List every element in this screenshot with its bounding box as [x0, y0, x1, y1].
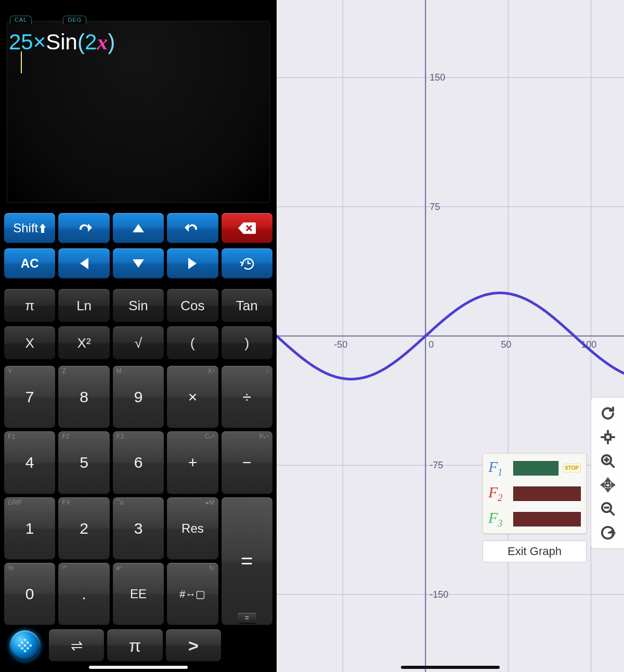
nav-left-button[interactable] [58, 248, 109, 279]
pan-lock-icon [600, 477, 616, 493]
zoom-out-tool[interactable] [596, 498, 619, 519]
zoom-out-icon [600, 501, 616, 517]
nav-right-button[interactable] [167, 248, 218, 279]
legend-f2[interactable]: F2 [488, 483, 581, 504]
triangle-left-icon [80, 258, 88, 269]
open-paren-button[interactable]: ( [167, 326, 218, 360]
next-button[interactable]: > [166, 629, 221, 662]
svg-text:-75: -75 [430, 460, 443, 470]
history-icon [240, 257, 254, 270]
graph-legend: F1 STOP F2 F3 [483, 453, 587, 534]
home-indicator[interactable] [89, 666, 188, 669]
svg-text:0: 0 [428, 339, 434, 350]
multiply-button[interactable]: Xⁿ× [167, 366, 218, 428]
stop-chip[interactable]: STOP [563, 464, 581, 472]
digit-8-button[interactable]: Z8 [58, 366, 109, 428]
zoom-in-icon [600, 453, 616, 469]
equals-mini-button[interactable]: = [238, 613, 256, 623]
redo-icon [76, 222, 92, 234]
digit-0-button[interactable]: %0 [4, 563, 55, 625]
diamond-grid-icon [18, 639, 32, 652]
nav-up-button[interactable] [113, 213, 164, 243]
graph-pane: -50050100-150-7575150 F1 STOP F2 F3 [277, 0, 624, 672]
mode-cal[interactable]: CAL [10, 16, 32, 24]
digit-5-button[interactable]: F25 [58, 431, 109, 494]
svg-rect-2 [18, 644, 21, 647]
x-var-button[interactable]: X [4, 326, 55, 360]
plus-button[interactable]: Cₖⁿ+ [167, 431, 218, 494]
digit-7-button[interactable]: Y7 [4, 366, 55, 428]
minus-button[interactable]: Pₖⁿ− [222, 431, 272, 494]
calculator-pane: CAL DEG 25×Sin(2x) Shift [0, 0, 277, 672]
shift-label: Shift [13, 221, 38, 235]
history-button[interactable] [222, 248, 272, 279]
mode-deg[interactable]: DEG [63, 16, 86, 24]
digit-4-button[interactable]: F14 [4, 431, 55, 494]
zoom-in-tool[interactable] [596, 451, 619, 471]
triangle-up-icon [133, 224, 144, 232]
svg-text:-150: -150 [430, 589, 448, 600]
legend-f3[interactable]: F3 [488, 509, 581, 529]
backspace-icon [238, 222, 256, 234]
center-tool[interactable] [596, 427, 619, 447]
svg-rect-3 [29, 644, 32, 647]
swap-button[interactable]: ⇌ [49, 629, 104, 662]
svg-rect-5 [21, 641, 24, 644]
sin-button[interactable]: Sin [113, 289, 164, 322]
svg-rect-4 [23, 644, 27, 647]
cos-button[interactable]: Cos [167, 289, 218, 322]
graph-canvas[interactable]: -50050100-150-7575150 [277, 0, 624, 672]
expression-text: 25×Sin(2x) [9, 30, 115, 55]
svg-rect-30 [606, 484, 610, 487]
share-tool[interactable] [596, 522, 619, 543]
pi-insert-button[interactable]: π [107, 629, 162, 662]
keypad: Shift AC [0, 211, 277, 672]
backspace-button[interactable] [222, 213, 272, 243]
close-paren-button[interactable]: ) [222, 326, 272, 360]
tan-button[interactable]: Tan [222, 289, 272, 322]
svg-text:50: 50 [501, 339, 511, 350]
svg-text:75: 75 [430, 202, 440, 212]
legend-f1[interactable]: F1 STOP [488, 458, 581, 478]
pi-button[interactable]: π [4, 289, 55, 322]
svg-rect-8 [26, 647, 29, 650]
ln-button[interactable]: Ln [58, 289, 109, 322]
pan-lock-tool[interactable] [596, 475, 619, 495]
home-indicator[interactable] [401, 666, 500, 669]
format-toggle-button[interactable]: ↻#↔▢ [167, 563, 218, 625]
shift-button[interactable]: Shift [4, 213, 55, 243]
sqrt-button[interactable]: √ [113, 326, 164, 360]
digit-2-button[interactable]: FX2 [58, 497, 109, 560]
share-icon [600, 525, 616, 541]
digit-9-button[interactable]: M9 [113, 366, 164, 428]
undo-button[interactable] [167, 213, 218, 243]
decimal-button[interactable]: º". [58, 563, 109, 625]
triangle-down-icon [133, 259, 144, 268]
svg-rect-7 [21, 647, 24, 650]
menu-orb-button[interactable] [4, 629, 46, 662]
x-squared-button[interactable]: X² [58, 326, 109, 360]
result-button[interactable]: ▸MRes [167, 497, 218, 560]
nav-down-button[interactable] [113, 248, 164, 279]
crosshair-icon [600, 429, 616, 445]
ee-button[interactable]: eˣEE [113, 563, 164, 625]
digit-3-button[interactable]: ⎺o3 [113, 497, 164, 560]
svg-rect-0 [23, 639, 27, 641]
svg-rect-1 [23, 650, 27, 652]
graph-tools [591, 397, 624, 549]
exit-graph-button[interactable]: Exit Graph [483, 541, 587, 562]
refresh-tool[interactable] [596, 403, 619, 424]
triangle-right-icon [188, 258, 197, 269]
expression-display[interactable]: CAL DEG 25×Sin(2x) [7, 21, 270, 203]
digit-6-button[interactable]: F36 [113, 431, 164, 494]
digit-1-button[interactable]: GRP1 [4, 497, 55, 560]
all-clear-button[interactable]: AC [4, 248, 55, 279]
svg-rect-6 [26, 641, 29, 644]
svg-text:150: 150 [430, 72, 445, 83]
divide-button[interactable]: ⫶÷ [222, 366, 272, 428]
redo-button[interactable] [58, 213, 109, 243]
undo-icon [185, 222, 200, 234]
equals-button[interactable]: = = [222, 497, 272, 626]
svg-text:-50: -50 [334, 339, 347, 350]
refresh-icon [600, 405, 616, 421]
